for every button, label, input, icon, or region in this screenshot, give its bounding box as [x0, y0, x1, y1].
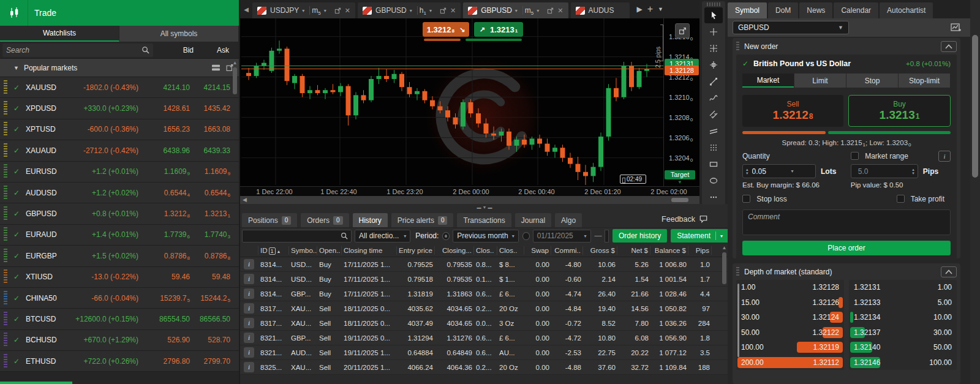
bid-price[interactable]: 4214.10 [145, 83, 190, 92]
scroll-left-icon[interactable]: ◀ [243, 197, 247, 203]
ask-price[interactable]: 2799.70 [190, 357, 239, 366]
drag-handle-icon[interactable] [4, 333, 7, 347]
close-tab-icon[interactable]: ✕ [557, 7, 563, 15]
panel-splitter[interactable]: ▬ ▼ ▬ [240, 204, 729, 211]
watchlist-row[interactable]: ✓XPDUSD+330.0 (+0.23%)1428.611435.42 [0, 98, 239, 119]
drag-handle-icon[interactable] [4, 354, 7, 369]
watchlist-scrollbar[interactable]: ▲ [232, 60, 238, 94]
chart-tab-gbpusd[interactable]: GBPUSD▾h1▾✕ [358, 2, 461, 18]
info-icon[interactable]: i [244, 259, 254, 269]
collapse-arrow-icon[interactable]: ▼ [13, 65, 19, 71]
tab-watchlists[interactable]: Watchlists [0, 26, 119, 42]
ask-price[interactable]: 1435.42 [190, 104, 239, 113]
spinner-arrows-icon[interactable]: ▴▾ [912, 168, 914, 175]
drag-handle-icon[interactable] [4, 227, 7, 242]
ellipse-icon[interactable] [704, 173, 723, 189]
watchlist-row[interactable]: ✓CHINA50-66.0 (-0.04%)15239.7515244.25 [0, 288, 239, 309]
history-search-input[interactable] [246, 232, 341, 240]
chevron-down-icon[interactable]: ▾ [324, 8, 326, 13]
market-range-checkbox[interactable] [851, 152, 859, 160]
take-profit-checkbox[interactable] [897, 195, 905, 203]
tab-journal[interactable]: Journal [515, 213, 551, 227]
order-type-limit[interactable]: Limit [794, 73, 846, 88]
column-header[interactable]: ID1▲ [258, 246, 289, 255]
watchlist-group-header[interactable]: ▼ Popular markets [0, 59, 239, 77]
order-type-stop[interactable]: Stop [846, 73, 898, 88]
scrollbar-thumb[interactable] [972, 35, 978, 178]
close-tab-icon[interactable]: ✕ [450, 7, 456, 15]
watchlist-row[interactable]: ✓EURAUD+1.4 (+0.01%)1.773961.77403 [0, 225, 239, 246]
tab-symbol[interactable]: Symbol [728, 2, 767, 18]
info-icon[interactable]: i [244, 333, 254, 343]
bid-price[interactable]: 15239.75 [145, 294, 190, 303]
tabs-scroll-left-icon[interactable]: ◀ [240, 6, 252, 13]
drag-handle-icon[interactable] [4, 206, 7, 221]
chart-tab-usdjpy[interactable]: USDJPY▾m5▾✕ [252, 2, 355, 18]
chart-buy-button[interactable]: ↗ 1.32131 [474, 22, 523, 37]
bid-price[interactable]: 1.16099 [145, 167, 190, 176]
info-icon[interactable]: i [244, 303, 254, 314]
info-icon[interactable]: i [938, 151, 951, 162]
custom-range-radio[interactable] [522, 232, 530, 240]
list-view-icon[interactable] [211, 64, 221, 72]
ask-price[interactable]: 1.16099 [190, 167, 239, 176]
dom-ask-row[interactable]: 1.32146100.00 [849, 355, 957, 371]
place-order-button[interactable]: Place order [742, 241, 951, 255]
scrollbar-thumb[interactable] [722, 252, 726, 284]
dom-ask-row[interactable]: 1.321335.00 [849, 295, 957, 311]
column-header[interactable]: Gross $ [583, 246, 617, 255]
dom-bid-row[interactable]: 15.001.32126 [736, 295, 844, 311]
tab-price-alerts[interactable]: Price alerts0 [391, 213, 454, 227]
stop-loss-checkbox[interactable] [742, 195, 750, 203]
crosshair-dot-icon[interactable] [704, 40, 723, 56]
chart-area[interactable]: 1.321601.321401.321201.321001.320801.320… [240, 18, 699, 186]
column-header[interactable]: Commi.. [551, 246, 583, 255]
chevron-down-icon[interactable]: ▾ [515, 8, 518, 13]
drag-handle-icon[interactable] [4, 164, 7, 179]
collapse-panel-button[interactable] [941, 41, 957, 52]
tab-autochartist[interactable]: Autochartist [880, 2, 933, 18]
table-row[interactable]: i8317...XAU...Sell18/11/2025 0...4037.49… [240, 316, 729, 331]
pattern-icon[interactable] [704, 140, 723, 156]
scroll-up-icon[interactable]: ▲ [721, 245, 728, 250]
dom-ask-row[interactable]: 1.3213410.00 [849, 310, 957, 325]
ask-price[interactable]: 15244.25 [190, 294, 239, 303]
ask-price[interactable]: 1663.08 [190, 125, 239, 134]
dom-bid-row[interactable]: 50.001.32122 [736, 325, 844, 341]
tab-history[interactable]: History [353, 213, 388, 227]
dom-bid-row[interactable]: 100.001.32119 [736, 340, 844, 355]
quantity-stepper[interactable]: ▴▾ ▾ [742, 164, 816, 178]
new-chart-tab-icon[interactable]: + [647, 4, 653, 15]
comment-input[interactable] [743, 210, 950, 235]
bid-price[interactable]: 0.65444 [145, 189, 190, 197]
drag-handle-icon[interactable] [4, 122, 7, 137]
dom-ask-row[interactable]: 1.3214050.00 [849, 340, 957, 355]
scrollbar-thumb[interactable] [233, 67, 237, 94]
tab-positions[interactable]: Positions0 [242, 213, 297, 227]
column-header[interactable]: Closing time [342, 246, 397, 255]
bid-price[interactable]: 0.87868 [145, 252, 190, 260]
dom-ask-row[interactable]: 1.3213730.00 [849, 325, 957, 341]
bid-price[interactable]: 59.46 [145, 273, 190, 281]
quantity-input[interactable] [748, 167, 791, 176]
tab-news[interactable]: News [799, 2, 832, 18]
ask-price[interactable]: 0.87868 [190, 252, 239, 260]
bid-price[interactable]: 1.32128 [145, 209, 190, 218]
scroll-up-icon[interactable]: ▲ [232, 60, 238, 66]
chevron-down-icon[interactable]: ▾ [537, 8, 539, 13]
ask-price[interactable]: 1.32131 [190, 209, 239, 218]
quantity-dropdown-icon[interactable]: ▾ [791, 168, 794, 174]
tab-orders[interactable]: Orders0 [301, 213, 349, 227]
toolbar-drag-handle[interactable] [707, 2, 720, 6]
tab-dom[interactable]: DoM [768, 2, 798, 18]
info-icon[interactable]: i [244, 318, 254, 328]
ask-price[interactable]: 6439.33 [190, 146, 239, 155]
search-box[interactable] [2, 43, 153, 57]
ask-price[interactable]: 528.70 [190, 336, 239, 344]
timeframe-label[interactable]: m5 [525, 6, 533, 15]
collapse-panel-button[interactable] [941, 266, 957, 277]
main-vertical-scrollbar[interactable] [970, 0, 980, 384]
drag-handle-icon[interactable] [4, 101, 7, 116]
drag-handle-icon[interactable] [4, 186, 7, 200]
hscroll-thumb[interactable] [671, 198, 688, 202]
